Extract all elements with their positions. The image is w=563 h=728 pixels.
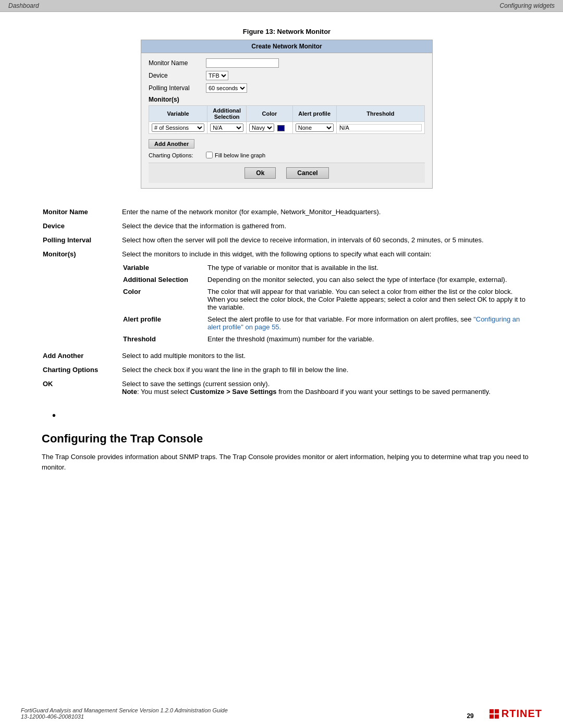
ok-note: Note: You must select Customize > Save S… — [122, 388, 491, 396]
sub-term-variable: Variable — [123, 262, 206, 273]
desc-def-ok: Select to save the settings (current ses… — [122, 377, 531, 398]
monitor-name-row: Monitor Name — [149, 58, 425, 68]
charting-checkbox[interactable] — [206, 152, 213, 158]
polling-select[interactable]: 60 seconds 2 minutes 5 minutes — [206, 83, 247, 93]
cancel-button[interactable]: Cancel — [286, 167, 328, 179]
logo-text: RTINET — [501, 708, 542, 720]
device-label: Device — [149, 72, 206, 79]
table-row: # of Sessions N/A Navy — [149, 122, 425, 134]
sub-def-threshold: Enter the threshold (maximum) number for… — [207, 334, 525, 344]
ok-button[interactable]: Ok — [244, 167, 276, 179]
additional-select[interactable]: N/A — [210, 124, 243, 132]
desc-term-device: Device — [43, 219, 121, 232]
add-another-container: Add Another — [149, 137, 425, 149]
sub-row-alert: Alert profile Select the alert profile t… — [123, 314, 525, 332]
alert-cell: None — [292, 122, 336, 134]
desc-def-monitor-name: Enter the name of the network monitor (f… — [122, 205, 531, 218]
color-swatch[interactable] — [277, 125, 285, 131]
charting-options-label: Charting Options: — [149, 152, 206, 158]
header-bar: Dashboard Configuring widgets — [0, 0, 563, 12]
sub-def-variable: The type of variable or monitor that is … — [207, 262, 525, 273]
header-left: Dashboard — [8, 2, 39, 9]
desc-term-ok: OK — [43, 377, 121, 398]
desc-row-ok: OK Select to save the settings (current … — [43, 377, 531, 398]
col-additional: AdditionalSelection — [207, 106, 247, 122]
desc-term-charting: Charting Options — [43, 363, 121, 376]
device-select[interactable]: TFB — [206, 71, 228, 80]
color-cell: Navy — [247, 122, 293, 134]
desc-row-polling: Polling Interval Select how often the se… — [43, 233, 531, 246]
footer-left: FortiGuard Analysis and Management Servi… — [21, 707, 228, 720]
monitor-name-label: Monitor Name — [149, 59, 206, 67]
sub-term-alert: Alert profile — [123, 314, 206, 332]
logo-sq4 — [495, 714, 499, 719]
threshold-input[interactable] — [339, 124, 422, 131]
dialog-title: Create Network Monitor — [141, 40, 432, 53]
logo-row2 — [489, 714, 499, 719]
desc-def-device: Select the device that the information i… — [122, 219, 531, 232]
sub-term-color: Color — [123, 286, 206, 313]
desc-def-charting: Select the check box if you want the lin… — [122, 363, 531, 376]
desc-term-monitors: Monitor(s) — [43, 248, 121, 348]
sub-def-color: The color that will appear for that vari… — [207, 286, 525, 313]
monitors-label: Monitor(s) — [149, 96, 425, 103]
monitors-section: Variable AdditionalSelection Color Alert… — [149, 105, 425, 158]
footer-line1: FortiGuard Analysis and Management Servi… — [21, 707, 228, 713]
logo-sq3 — [489, 714, 494, 719]
monitors-table: Variable AdditionalSelection Color Alert… — [149, 105, 425, 134]
polling-label: Polling Interval — [149, 84, 206, 92]
alert-profile-link[interactable]: "Configuring an alert profile" on page 5… — [207, 315, 520, 331]
create-network-monitor-dialog: Create Network Monitor Monitor Name Devi… — [141, 40, 433, 189]
bullet-point: • — [52, 410, 532, 422]
col-alert: Alert profile — [292, 106, 336, 122]
logo-container: RTINET — [489, 708, 542, 720]
sub-term-additional: Additional Selection — [123, 274, 206, 285]
desc-term-monitor-name: Monitor Name — [43, 205, 121, 218]
polling-row: Polling Interval 60 seconds 2 minutes 5 … — [149, 83, 425, 93]
col-color: Color — [247, 106, 293, 122]
footer-line2: 13-12000-406-20081031 — [21, 713, 228, 720]
variable-cell: # of Sessions — [149, 122, 207, 134]
sub-row-additional: Additional Selection Depending on the mo… — [123, 274, 525, 285]
device-row: Device TFB — [149, 71, 425, 80]
page-footer: FortiGuard Analysis and Management Servi… — [0, 707, 563, 720]
logo-row1 — [489, 709, 499, 713]
charting-checkbox-label: Fill below line graph — [215, 152, 265, 158]
monitor-name-input[interactable] — [206, 58, 279, 68]
fortinet-logo: RTINET — [489, 708, 542, 720]
footer-right: 29 RTINET — [467, 708, 542, 720]
color-select[interactable]: Navy — [249, 124, 274, 132]
add-another-button[interactable]: Add Another — [149, 139, 194, 149]
page-number: 29 — [467, 712, 473, 720]
main-content: Figure 13: Network Monitor Create Networ… — [0, 12, 563, 498]
dialog-footer: Ok Cancel — [149, 163, 425, 183]
header-right: Configuring widgets — [500, 2, 555, 9]
sub-row-variable: Variable The type of variable or monitor… — [123, 262, 525, 273]
variable-select[interactable]: # of Sessions — [152, 124, 204, 132]
logo-sq1 — [489, 709, 494, 713]
description-table: Monitor Name Enter the name of the netwo… — [42, 204, 532, 399]
section-heading: Configuring the Trap Console — [42, 432, 532, 446]
threshold-cell — [336, 122, 424, 134]
dialog-body: Monitor Name Device TFB Polling Interval… — [141, 53, 432, 188]
sub-description-table: Variable The type of variable or monitor… — [122, 261, 527, 346]
desc-def-polling: Select how often the server will poll th… — [122, 233, 531, 246]
desc-term-polling: Polling Interval — [43, 233, 121, 246]
desc-term-add-another: Add Another — [43, 349, 121, 362]
col-variable: Variable — [149, 106, 207, 122]
additional-cell: N/A — [207, 122, 247, 134]
desc-row-device: Device Select the device that the inform… — [43, 219, 531, 232]
figure-caption: Figure 13: Network Monitor — [42, 28, 532, 35]
sub-term-threshold: Threshold — [123, 334, 206, 344]
sub-def-additional: Depending on the monitor selected, you c… — [207, 274, 525, 285]
logo-sq2 — [495, 709, 499, 713]
desc-row-add-another: Add Another Select to add multiple monit… — [43, 349, 531, 362]
col-threshold: Threshold — [336, 106, 424, 122]
desc-def-add-another: Select to add multiple monitors to the l… — [122, 349, 531, 362]
desc-row-monitor-name: Monitor Name Enter the name of the netwo… — [43, 205, 531, 218]
alert-select[interactable]: None — [296, 124, 334, 132]
sub-row-color: Color The color that will appear for tha… — [123, 286, 525, 313]
desc-row-monitors: Monitor(s) Select the monitors to includ… — [43, 248, 531, 348]
sub-def-alert: Select the alert profile to use for that… — [207, 314, 525, 332]
sub-row-threshold: Threshold Enter the threshold (maximum) … — [123, 334, 525, 344]
